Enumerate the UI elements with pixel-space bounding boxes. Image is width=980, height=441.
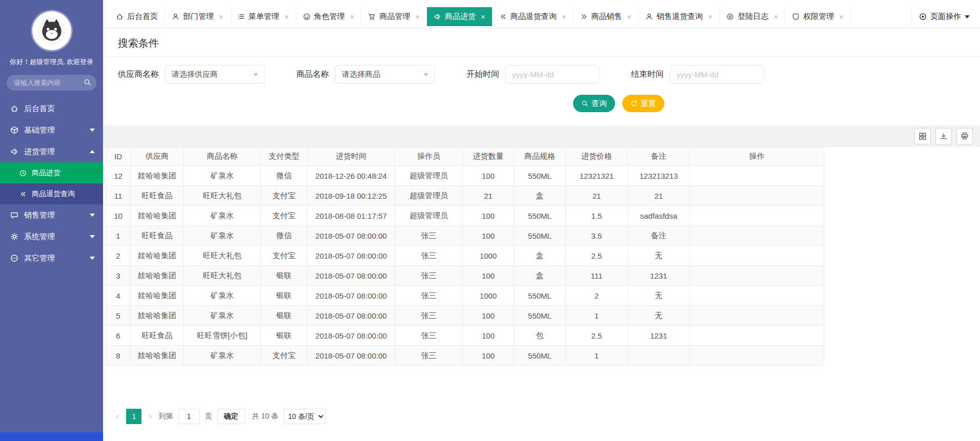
next-page-button[interactable]: › [147, 409, 153, 424]
cell-goods-name: 旺旺大礼包 [184, 186, 261, 206]
search-actions: 查询 重置 [573, 95, 980, 112]
cell-supplier: 娃哈哈集团 [131, 306, 184, 326]
chevron-down-icon [90, 235, 95, 238]
close-icon[interactable]: × [284, 12, 289, 21]
sidebar-item-purchase[interactable]: 进货管理 [0, 141, 103, 162]
cell-quantity: 1000 [463, 286, 514, 306]
cell-supplier: 娃哈哈集团 [131, 346, 184, 366]
filter-button[interactable] [914, 128, 931, 144]
cell-operation [690, 346, 824, 366]
column-header-supplier: 供应商 [131, 148, 184, 166]
cell-spec: 盒 [514, 266, 566, 286]
sidebar-item-goods-purchase[interactable]: 商品进货 [0, 162, 103, 183]
sidebar-item-system[interactable]: 系统管理 [0, 226, 103, 247]
page-size-select[interactable]: 10 条/页 [283, 409, 325, 424]
tab-sales-return-query[interactable]: 销售退货查询× [639, 7, 720, 26]
column-header-price: 进货价格 [566, 148, 628, 166]
cell-supplier: 娃哈哈集团 [131, 246, 184, 266]
cell-purchase-time: 2018-05-07 08:00:00 [308, 306, 395, 326]
close-icon[interactable]: × [219, 12, 223, 21]
cell-quantity: 100 [463, 206, 514, 226]
field-start-time: 开始时间 [466, 65, 599, 83]
sidebar-search-input[interactable] [7, 75, 96, 91]
tab-login-log[interactable]: 登陆日志× [720, 7, 785, 26]
print-button[interactable] [956, 128, 973, 144]
sidebar-item-basic[interactable]: 基础管理 [0, 119, 103, 141]
close-icon[interactable]: × [627, 12, 632, 21]
sidebar-item-label: 商品进货 [32, 169, 60, 178]
goods-label: 商品名称 [296, 69, 329, 80]
cell-goods-name: 矿泉水 [184, 206, 261, 226]
column-header-remark: 备注 [628, 148, 690, 166]
close-icon[interactable]: × [350, 12, 355, 21]
tab-goods-sales[interactable]: 商品销售× [574, 7, 639, 26]
start-time-input[interactable] [505, 65, 599, 83]
shield-icon [792, 13, 800, 20]
export-button[interactable] [935, 128, 952, 144]
table-toolbar [103, 125, 980, 147]
sidebar-item-sales[interactable]: 销售管理 [0, 204, 103, 226]
close-icon[interactable]: × [481, 12, 485, 21]
smile-icon [303, 13, 311, 20]
close-icon[interactable]: × [773, 12, 778, 21]
tab-goods-purchase[interactable]: 商品进货× [427, 7, 493, 26]
cell-supplier: 娃哈哈集团 [131, 166, 184, 186]
cell-operator: 张三 [395, 326, 463, 346]
tab-bar: 后台首页部门管理×菜单管理×角色管理×商品管理×商品进货×商品退货查询×商品销售… [103, 0, 980, 28]
goods-select[interactable]: 请选择商品 [335, 65, 435, 83]
grid-icon [918, 132, 927, 140]
tab-home[interactable]: 后台首页 [109, 7, 165, 26]
cell-quantity: 100 [463, 346, 514, 366]
search-icon[interactable] [84, 78, 91, 86]
prev-page-button[interactable]: ‹ [114, 409, 121, 424]
tab-label: 商品退货查询 [511, 12, 557, 22]
tab-label: 商品进货 [445, 12, 476, 22]
table-row: 2娃哈哈集团旺旺大礼包支付宝2018-05-07 08:00:00张三1000盒… [106, 246, 824, 266]
cell-quantity: 1000 [463, 246, 514, 266]
tab-purchase-return-query[interactable]: 商品退货查询× [493, 7, 574, 26]
cart-icon [368, 13, 376, 20]
query-button[interactable]: 查询 [573, 95, 615, 112]
cell-quantity: 100 [463, 306, 514, 326]
goto-page-input[interactable] [178, 409, 200, 424]
sidebar-item-other[interactable]: 其它管理 [0, 247, 103, 269]
table-row: 1旺旺食品矿泉水微信2018-05-07 08:00:00张三100550ML3… [106, 226, 824, 246]
chevron-down-icon [90, 257, 95, 260]
tab-label: 角色管理 [314, 12, 345, 22]
close-icon[interactable]: × [562, 12, 566, 21]
logo-avatar [32, 11, 71, 50]
cell-spec: 550ML [514, 346, 566, 366]
sidebar-item-purchase-return-query[interactable]: 商品退货查询 [0, 183, 103, 204]
page-actions-dropdown[interactable]: 页面操作 [910, 7, 980, 26]
search-panel-header: 搜索条件 [103, 28, 980, 57]
reset-button[interactable]: 重置 [622, 95, 664, 112]
current-page-button[interactable]: 1 [126, 409, 141, 424]
cell-spec: 盒 [514, 186, 566, 206]
sidebar-item-home[interactable]: 后台首页 [0, 98, 103, 119]
confirm-page-button[interactable]: 确定 [217, 409, 245, 424]
cell-price: 12321321 [566, 166, 628, 186]
cell-remark: 1231 [628, 266, 690, 286]
tab-role[interactable]: 角色管理× [296, 7, 362, 26]
tab-permission[interactable]: 权限管理× [785, 7, 851, 26]
page-actions-label: 页面操作 [930, 12, 961, 22]
comment-icon [10, 211, 18, 219]
ring-icon [726, 13, 734, 20]
cell-remark: 1231 [628, 326, 690, 346]
tab-goods[interactable]: 商品管理× [361, 7, 427, 26]
close-icon[interactable]: × [839, 12, 844, 21]
close-icon[interactable]: × [708, 12, 712, 21]
horn-icon [434, 13, 441, 20]
close-icon[interactable]: × [415, 12, 420, 21]
tab-dept[interactable]: 部门管理× [165, 7, 231, 26]
cell-purchase-time: 2018-05-07 08:00:00 [308, 226, 395, 246]
tab-menu[interactable]: 菜单管理× [231, 7, 296, 26]
cell-purchase-time: 2018-05-07 08:00:00 [308, 266, 395, 286]
start-time-label: 开始时间 [466, 69, 499, 80]
cell-remark: sadfasfdsa [628, 206, 690, 226]
supplier-select[interactable]: 请选择供应商 [165, 65, 264, 83]
cell-operator: 张三 [395, 246, 463, 266]
end-time-input[interactable] [670, 65, 764, 83]
cell-operator: 超级管理员 [395, 206, 463, 226]
sidebar-search [7, 75, 96, 91]
